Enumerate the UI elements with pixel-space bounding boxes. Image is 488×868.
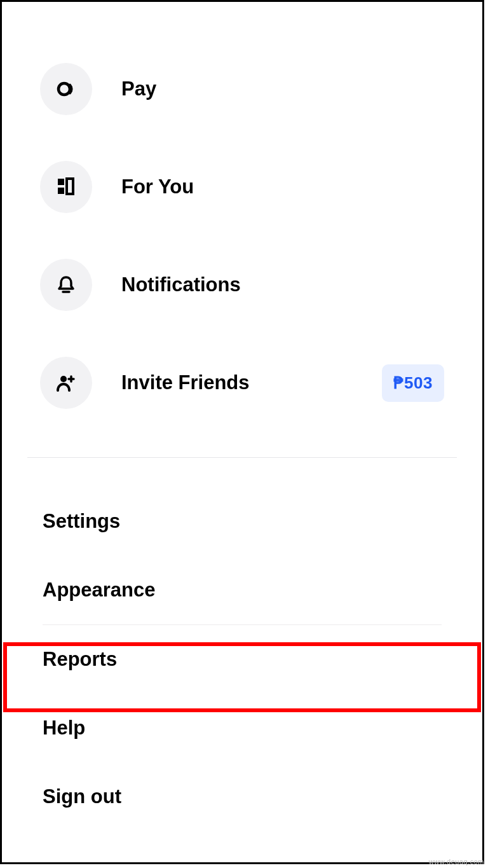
bell-icon	[40, 259, 92, 311]
app-frame: Pay For You Notifications	[0, 0, 484, 864]
svg-rect-2	[58, 188, 64, 194]
menu-item-invite-friends[interactable]: Invite Friends ₱503	[2, 334, 482, 432]
menu-item-appearance[interactable]: Appearance	[2, 556, 482, 624]
menu-item-sign-out[interactable]: Sign out	[2, 762, 482, 831]
svg-point-5	[60, 376, 67, 382]
watermark: www.deuaq.com	[429, 858, 484, 865]
menu-label-pay: Pay	[121, 78, 444, 100]
menu-item-notifications[interactable]: Notifications	[2, 236, 482, 334]
menu-item-for-you[interactable]: For You	[2, 138, 482, 236]
menu-label-invite: Invite Friends	[121, 371, 382, 394]
menu-item-pay[interactable]: Pay	[2, 40, 482, 138]
svg-rect-3	[67, 179, 73, 194]
invite-reward-badge: ₱503	[382, 364, 444, 402]
menu-label-for-you: For You	[121, 176, 444, 198]
for-you-icon	[40, 161, 92, 213]
secondary-menu: Settings Appearance Reports Help Sign ou…	[2, 458, 482, 831]
menu-item-help[interactable]: Help	[2, 694, 482, 762]
primary-menu: Pay For You Notifications	[2, 2, 482, 432]
menu-item-settings[interactable]: Settings	[2, 487, 482, 556]
invite-icon	[40, 357, 92, 409]
menu-label-notifications: Notifications	[121, 273, 444, 296]
menu-item-reports[interactable]: Reports	[2, 625, 482, 694]
svg-rect-1	[58, 179, 64, 185]
svg-point-0	[58, 83, 70, 95]
pay-icon	[40, 63, 92, 115]
